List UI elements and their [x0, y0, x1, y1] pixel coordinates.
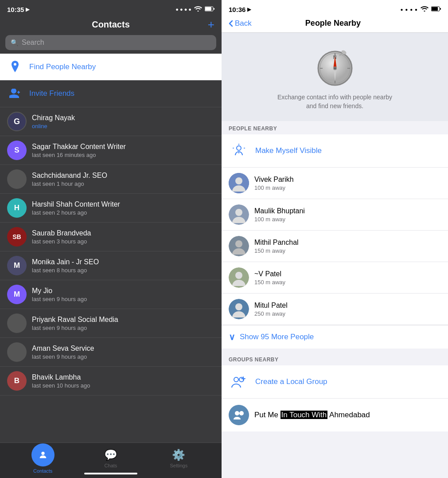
right-signal-icon: ● ● ● ●	[401, 7, 418, 12]
avatar: SB	[7, 227, 27, 247]
avatar	[7, 169, 27, 189]
contact-info: Monika Jain - Jr SEO last seen 8 hours a…	[32, 258, 214, 274]
right-battery-icon	[431, 5, 441, 13]
contact-status: last seen 9 hours ago	[32, 325, 214, 331]
avatar: H	[7, 198, 27, 218]
create-local-group-item[interactable]: Create a Local Group	[222, 365, 448, 399]
svg-rect-1	[205, 7, 211, 11]
nav-bar: Back People Nearby	[222, 16, 448, 33]
make-visible-item[interactable]: Make Myself Visible	[222, 134, 448, 168]
contact-name: Bhavik Lambha	[32, 373, 214, 381]
contact-info: Chirag Nayak online	[32, 114, 214, 129]
invite-friends-label: Invite Friends	[29, 89, 74, 98]
group-create-icon	[229, 372, 249, 392]
avatar: B	[7, 371, 27, 391]
avatar	[229, 236, 249, 256]
svg-point-31	[234, 377, 238, 382]
invite-friends-item[interactable]: Invite Friends	[0, 80, 222, 107]
visibility-icon	[229, 141, 249, 161]
contact-info: My Jio last seen 9 hours ago	[32, 287, 214, 302]
contact-status: last seen 1 hour ago	[32, 180, 214, 187]
avatar	[229, 204, 249, 225]
tab-chats[interactable]: 💬 Chats	[77, 449, 144, 468]
contact-info: Vivek Parikh 100 m away	[254, 176, 441, 191]
list-item[interactable]: Priyank Raval Social Media last seen 9 h…	[0, 309, 222, 338]
list-item[interactable]: Aman Seva Service last seen 9 hours ago	[0, 338, 222, 367]
compass-icon: N	[315, 46, 355, 86]
contact-info: Sagar Thakkar Content Writer last seen 1…	[32, 143, 214, 158]
show-more-label: Show 95 More People	[240, 333, 314, 341]
chevron-down-icon: ∨	[229, 332, 235, 342]
left-battery-icon	[205, 5, 214, 13]
left-wifi-icon	[194, 6, 202, 13]
svg-point-26	[235, 240, 242, 247]
list-item[interactable]: Mitul Patel 250 m away	[222, 294, 448, 325]
tab-chats-label: Chats	[105, 463, 117, 468]
contact-name: Put Me In Touch With Ahmedabad	[254, 411, 370, 419]
list-item[interactable]: M Monika Jain - Jr SEO last seen 8 hours…	[0, 251, 222, 280]
right-location-icon: ▶	[247, 6, 251, 12]
avatar	[7, 342, 27, 362]
contact-name: ~V Patel	[254, 270, 441, 278]
list-item[interactable]: ~V Patel 150 m away	[222, 262, 448, 294]
contact-name: Monika Jain - Jr SEO	[32, 258, 214, 266]
list-item[interactable]: Vivek Parikh 100 m away	[222, 168, 448, 199]
show-more-button[interactable]: ∨ Show 95 More People	[222, 325, 448, 349]
contact-status: last seen 3 hours ago	[32, 238, 214, 245]
list-item[interactable]: Maulik Bhuptani 100 m away	[222, 199, 448, 231]
contact-info: Maulik Bhuptani 100 m away	[254, 207, 441, 223]
list-item[interactable]: M My Jio last seen 9 hours ago	[0, 280, 222, 309]
add-contact-button[interactable]: +	[208, 18, 214, 31]
list-item[interactable]: Sachchidanand Jr. SEO last seen 1 hour a…	[0, 165, 222, 194]
list-item[interactable]: B Bhavik Lambha last seen 10 hours ago	[0, 367, 222, 396]
tab-settings-label: Settings	[170, 463, 187, 468]
search-bar[interactable]: 🔍 Search	[5, 35, 216, 50]
tab-contacts[interactable]: Contacts	[9, 443, 77, 474]
list-item[interactable]: G Chirag Nayak online	[0, 107, 222, 136]
list-item[interactable]: H Harshil Shah Content Writer last seen …	[0, 194, 222, 223]
list-item[interactable]: Mithil Panchal 150 m away	[222, 231, 448, 262]
svg-point-30	[235, 303, 242, 310]
contact-info: Put Me In Touch With Ahmedabad	[254, 411, 370, 419]
find-nearby-label: Find People Nearby	[29, 63, 96, 71]
contact-info: Saurab Brandveda last seen 3 hours ago	[32, 229, 214, 245]
left-signal-icon: ● ● ● ●	[175, 7, 191, 12]
gear-icon: ⚙️	[172, 449, 185, 461]
avatar	[7, 313, 27, 333]
contact-info: ~V Patel 150 m away	[254, 270, 441, 286]
svg-rect-6	[440, 8, 441, 10]
right-panel: 10:36 ▶ ● ● ● ● Back People Nearby	[222, 0, 448, 478]
contacts-title: Contacts	[92, 20, 130, 30]
contact-info: Sachchidanand Jr. SEO last seen 1 hour a…	[32, 172, 214, 187]
left-time: 10:35	[7, 6, 24, 13]
contact-name: My Jio	[32, 287, 214, 295]
contact-distance: 150 m away	[254, 247, 441, 254]
left-location-icon: ▶	[26, 6, 30, 12]
contact-status: last seen 16 minutes ago	[32, 152, 214, 158]
people-nearby-header: PEOPLE NEARBY	[222, 121, 448, 134]
contact-name: Aman Seva Service	[32, 345, 214, 353]
make-visible-label: Make Myself Visible	[255, 146, 322, 155]
contact-name: Chirag Nayak	[32, 114, 214, 122]
contact-list: G Chirag Nayak online S Sagar Thakkar Co…	[0, 107, 222, 443]
list-item[interactable]: SB Saurab Brandveda last seen 3 hours ag…	[0, 223, 222, 251]
contact-distance: 150 m away	[254, 279, 441, 286]
svg-point-34	[239, 411, 244, 415]
right-time: 10:36	[229, 6, 245, 13]
avatar: M	[7, 285, 27, 304]
svg-point-20	[237, 146, 241, 150]
avatar: G	[7, 112, 27, 131]
location-pin-icon	[7, 59, 23, 75]
put-me-in-touch-item[interactable]: Put Me In Touch With Ahmedabad	[222, 399, 448, 431]
contact-name: Maulik Bhuptani	[254, 207, 441, 215]
create-local-group-label: Create a Local Group	[255, 377, 327, 386]
back-button[interactable]: Back	[229, 19, 252, 28]
svg-point-22	[235, 177, 242, 184]
list-item[interactable]: S Sagar Thakkar Content Writer last seen…	[0, 136, 222, 165]
contact-info: Bhavik Lambha last seen 10 hours ago	[32, 373, 214, 389]
avatar	[229, 267, 249, 288]
find-people-nearby-item[interactable]: Find People Nearby	[0, 54, 222, 80]
contact-distance: 250 m away	[254, 310, 441, 317]
hero-description: Exchange contact info with people nearby…	[277, 93, 392, 110]
tab-settings[interactable]: ⚙️ Settings	[145, 449, 213, 468]
